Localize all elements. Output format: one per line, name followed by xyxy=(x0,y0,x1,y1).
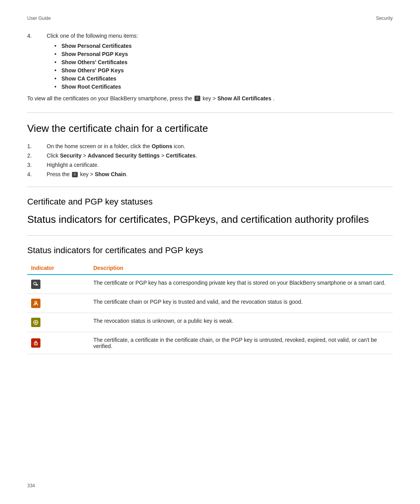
step-item: 2.Click Security > Advanced Security Set… xyxy=(27,152,393,159)
step4-intro: 4. Click one of the following menu items… xyxy=(27,33,393,39)
step-num: 2. xyxy=(27,152,39,159)
col-description-header: Description xyxy=(89,262,393,275)
table-cell-description: The certificate chain or PGP key is trus… xyxy=(89,294,393,313)
table-cell-description: The certificate or PGP key has a corresp… xyxy=(89,275,393,294)
svg-point-9 xyxy=(35,343,36,344)
step-num: 4. xyxy=(27,171,39,177)
divider2 xyxy=(27,187,393,187)
page-footer: 334 xyxy=(27,483,35,488)
view-all-post: key > xyxy=(203,95,216,102)
step-item: 4.Press the ⠿ key > Show Chain. xyxy=(27,171,393,177)
page-header: User Guide Security xyxy=(27,16,393,21)
indicator-icon-3 xyxy=(31,318,40,327)
indicator-icon-4 xyxy=(31,338,40,348)
step-num: 1. xyxy=(27,143,39,149)
menu-key-icon: ⠿ xyxy=(194,96,200,101)
table-cell-indicator xyxy=(27,294,89,313)
table-cell-indicator xyxy=(27,275,89,294)
divider3 xyxy=(27,235,393,236)
step-text: Press the ⠿ key > Show Chain. xyxy=(47,171,128,177)
table-row: The certificate, a certificate in the ce… xyxy=(27,332,393,354)
step-text: On the home screen or in a folder, click… xyxy=(47,143,185,149)
bullet-list: Show Personal CertificatesShow Personal … xyxy=(54,43,393,90)
col-indicator-header: Indicator xyxy=(27,262,89,275)
header-right: Security xyxy=(376,16,393,21)
step4-number: 4. xyxy=(27,33,39,39)
table-header-row: IndicatorDescription xyxy=(27,262,393,275)
section1-steps: 1.On the home screen or in a folder, cli… xyxy=(27,143,393,177)
bullet-item: Show Personal Certificates xyxy=(54,43,393,49)
table-row: The revocation status is unknown, or a p… xyxy=(27,313,393,332)
header-left: User Guide xyxy=(27,16,51,21)
step-num: 3. xyxy=(27,162,39,168)
step4-text: Click one of the following menu items: xyxy=(47,33,138,39)
step4-block: 4. Click one of the following menu items… xyxy=(27,33,393,39)
step-text: Click Security > Advanced Security Setti… xyxy=(47,152,197,159)
status-table: IndicatorDescriptionThe certificate or P… xyxy=(27,262,393,354)
table-row: The certificate or PGP key has a corresp… xyxy=(27,275,393,294)
section3-heading: Status indicators for certificates, PGPk… xyxy=(27,213,393,226)
page-number: 334 xyxy=(27,483,35,488)
view-all-pre: To view all the certificates on your Bla… xyxy=(27,95,192,102)
section2-heading: Certificate and PGP key statuses xyxy=(27,196,393,208)
svg-rect-2 xyxy=(37,285,38,286)
menu-key-icon-step4: ⠿ xyxy=(72,172,78,177)
table-cell-indicator xyxy=(27,313,89,332)
svg-point-0 xyxy=(34,282,37,285)
step-text: Highlight a certificate. xyxy=(47,162,99,168)
divider1 xyxy=(27,112,393,113)
indicator-icon-2 xyxy=(31,299,40,308)
view-all-period: . xyxy=(273,95,275,102)
svg-rect-3 xyxy=(36,285,37,286)
table-cell-description: The revocation status is unknown, or a p… xyxy=(89,313,393,332)
section1-heading: View the certificate chain for a certifi… xyxy=(27,122,393,135)
step-item: 1.On the home screen or in a folder, cli… xyxy=(27,143,393,149)
bullet-item: Show CA Certificates xyxy=(54,75,393,82)
view-all-bold: Show All Certificates xyxy=(217,95,271,102)
table-row: The certificate chain or PGP key is trus… xyxy=(27,294,393,313)
bullet-item: Show Root Certificates xyxy=(54,84,393,90)
section4-heading: Status indicators for certificates and P… xyxy=(27,245,393,256)
step-item: 3.Highlight a certificate. xyxy=(27,162,393,168)
bullet-item: Show Others' Certificates xyxy=(54,59,393,65)
indicator-icon-1 xyxy=(31,280,40,289)
view-all-line: To view all the certificates on your Bla… xyxy=(27,95,393,102)
bullet-item: Show Personal PGP Keys xyxy=(54,51,393,57)
table-cell-indicator xyxy=(27,332,89,354)
svg-point-4 xyxy=(35,301,37,303)
bullet-item: Show Others' PGP Keys xyxy=(54,67,393,74)
table-cell-description: The certificate, a certificate in the ce… xyxy=(89,332,393,354)
